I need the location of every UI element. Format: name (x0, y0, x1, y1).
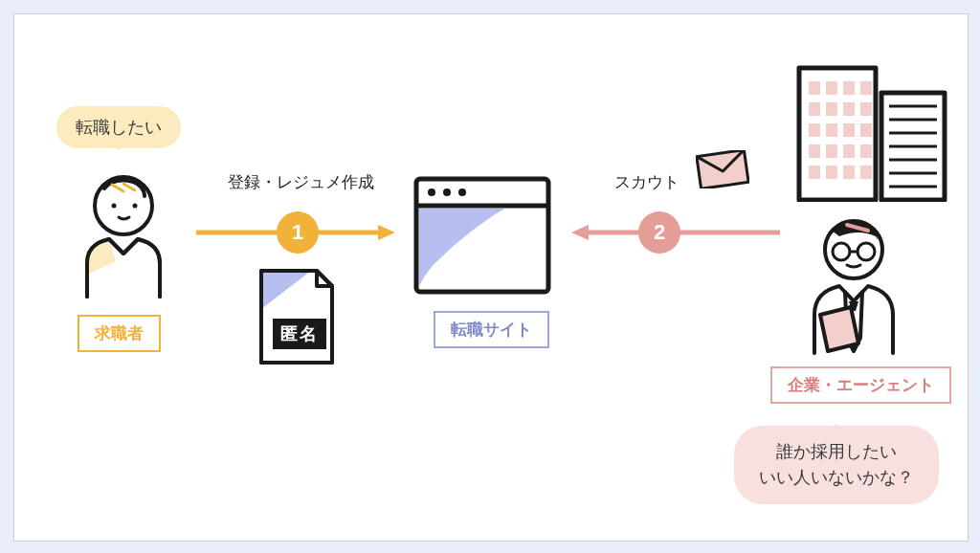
company-speech-line2: いい人いないかな？ (759, 468, 914, 487)
svg-point-8 (458, 188, 466, 196)
svg-rect-23 (843, 123, 855, 137)
step2-badge-text: 2 (654, 220, 665, 245)
svg-point-41 (833, 243, 850, 260)
svg-point-2 (133, 204, 138, 209)
step2-badge: 2 (638, 211, 680, 254)
svg-rect-29 (809, 166, 820, 179)
svg-rect-13 (809, 81, 820, 95)
step1-label: 登録・レジュメ作成 (228, 171, 374, 193)
agent-icon (791, 211, 916, 355)
company-label-text: 企業・エージェント (788, 376, 934, 394)
svg-rect-25 (809, 144, 820, 158)
svg-rect-28 (860, 144, 872, 158)
anonymous-badge: 匿名 (273, 319, 326, 349)
svg-rect-15 (843, 81, 855, 95)
svg-point-1 (112, 204, 117, 209)
site-label: 転職サイト (434, 311, 549, 348)
step1-badge: 1 (277, 211, 319, 254)
jobseeker-speech-bubble: 転職したい (56, 106, 181, 148)
svg-rect-27 (843, 144, 855, 158)
step1-badge-text: 1 (292, 220, 303, 245)
envelope-icon (696, 150, 749, 188)
svg-rect-16 (860, 81, 872, 95)
svg-rect-26 (826, 144, 837, 158)
jobseeker-speech-text: 転職したい (76, 118, 162, 137)
svg-rect-22 (826, 123, 837, 137)
svg-rect-31 (843, 166, 855, 179)
buildings-icon (790, 58, 952, 202)
anonymous-badge-text: 匿名 (280, 324, 319, 343)
company-speech-line1: 誰か採用したい (776, 442, 897, 461)
site-label-text: 転職サイト (451, 321, 532, 339)
jobseeker-icon (66, 167, 181, 301)
svg-rect-10 (697, 150, 748, 188)
svg-point-42 (858, 243, 875, 260)
svg-rect-20 (860, 102, 872, 116)
jobseeker-label-text: 求職者 (95, 324, 144, 343)
company-label: 企業・エージェント (770, 366, 951, 404)
site-window-icon (411, 173, 554, 298)
svg-rect-30 (826, 166, 837, 179)
company-speech-bubble: 誰か採用したい いい人いないかな？ (734, 426, 939, 504)
svg-rect-32 (860, 166, 872, 179)
anonymous-document-icon (254, 265, 340, 370)
svg-rect-14 (826, 81, 837, 95)
svg-rect-24 (860, 123, 872, 137)
step2-label: スカウト (614, 171, 679, 193)
svg-rect-19 (843, 102, 855, 116)
svg-rect-17 (809, 102, 820, 116)
svg-point-7 (443, 188, 451, 196)
svg-rect-18 (826, 102, 837, 116)
svg-rect-21 (809, 123, 820, 137)
svg-point-6 (428, 188, 435, 196)
diagram-frame: 転職したい 求職者 登録・レジュメ作成 1 (13, 13, 969, 542)
jobseeker-label: 求職者 (78, 315, 161, 352)
